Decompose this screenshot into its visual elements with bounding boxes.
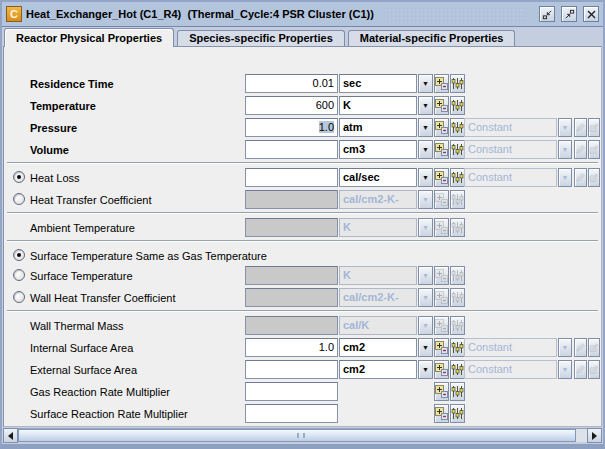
radio-wall-heat-transfer-coefficient[interactable] — [13, 291, 25, 303]
sliders-icon-button[interactable] — [450, 96, 465, 115]
profile-type-select: Constant — [464, 360, 557, 379]
property-row-surface-reaction-rate-multiplier: Surface Reaction Rate Multiplier — [4, 404, 601, 424]
sliders-icon-button[interactable] — [450, 168, 465, 187]
value-input-external-surface-area[interactable] — [245, 360, 338, 379]
chevron-down-icon: ▼ — [422, 102, 429, 109]
unit-select-residence-time[interactable]: sec — [339, 74, 417, 93]
plus-minus-icon-button[interactable] — [434, 96, 449, 115]
sliders-icon-button[interactable] — [450, 140, 465, 159]
unit-select-pressure[interactable]: atm — [339, 118, 417, 137]
plus-minus-icon-button[interactable] — [434, 360, 449, 379]
unit-dropdown-button[interactable]: ▼ — [418, 140, 433, 159]
plus-minus-icon-button[interactable] — [434, 338, 449, 357]
property-row-temperature: Temperature600K▼ — [4, 96, 601, 116]
close-button[interactable] — [583, 6, 599, 22]
separator — [7, 240, 598, 242]
scrollbar-track[interactable] — [18, 428, 587, 443]
radio-heat-transfer-coefficient[interactable] — [13, 193, 25, 205]
profile-dropdown-button: ▼ — [558, 360, 572, 379]
property-row-heat-transfer-coefficient: Heat Transfer Coefficientcal/cm2-K-sec▼ — [4, 190, 601, 210]
profile-dropdown-button: ▼ — [558, 140, 572, 159]
value-input-surface-reaction-rate-multiplier[interactable] — [245, 404, 338, 423]
separator — [7, 162, 598, 164]
label-temperature: Temperature — [30, 100, 96, 112]
value-input-pressure[interactable]: 1.0 — [245, 118, 338, 137]
radio-heat-loss[interactable] — [13, 171, 25, 183]
unit-dropdown-button: ▼ — [418, 190, 433, 209]
sliders-icon-button[interactable] — [450, 118, 465, 137]
edit-pencil-button — [574, 118, 587, 137]
profile-type-select: Constant — [464, 338, 557, 357]
app-icon: C — [6, 6, 22, 22]
sliders-icon-button[interactable] — [450, 74, 465, 93]
chevron-down-icon: ▼ — [422, 80, 429, 87]
chevron-down-icon: ▼ — [422, 174, 429, 181]
chevron-down-icon: ▼ — [562, 174, 569, 181]
chevron-down-icon: ▼ — [562, 366, 569, 373]
maximize-button[interactable] — [561, 6, 577, 22]
chevron-down-icon: ▼ — [422, 272, 429, 279]
value-input-wall-heat-transfer-coefficient — [245, 288, 338, 307]
radio-surface-temperature[interactable] — [13, 269, 25, 281]
unit-dropdown-button[interactable]: ▼ — [418, 168, 433, 187]
label-external-surface-area: External Surface Area — [30, 364, 137, 376]
value-input-temperature[interactable]: 600 — [245, 96, 338, 115]
unit-dropdown-button[interactable]: ▼ — [418, 96, 433, 115]
radio-surface-temperature-same-as-gas-temperature[interactable] — [13, 249, 25, 261]
sliders-icon-button — [450, 218, 465, 237]
label-gas-reaction-rate-multiplier: Gas Reaction Rate Multiplier — [30, 386, 170, 398]
unit-dropdown-button: ▼ — [418, 266, 433, 285]
unit-dropdown-button[interactable]: ▼ — [418, 338, 433, 357]
unit-select-external-surface-area[interactable]: cm2 — [339, 360, 417, 379]
sliders-icon-button[interactable] — [450, 404, 465, 423]
close-icon — [585, 8, 598, 21]
unit-dropdown-button[interactable]: ▼ — [418, 118, 433, 137]
separator — [7, 212, 598, 214]
value-input-heat-loss[interactable] — [245, 168, 338, 187]
unit-dropdown-button[interactable]: ▼ — [418, 360, 433, 379]
label-surface-reaction-rate-multiplier: Surface Reaction Rate Multiplier — [30, 408, 188, 420]
plus-minus-icon-button[interactable] — [434, 140, 449, 159]
property-row-residence-time: Residence Time0.01sec▼ — [4, 74, 601, 94]
unit-select-temperature[interactable]: K — [339, 96, 417, 115]
unit-select-heat-loss[interactable]: cal/sec — [339, 168, 417, 187]
label-surface-temperature-same-as-gas-temperature: Surface Temperature Same as Gas Temperat… — [30, 250, 267, 262]
tab-species-specific-properties[interactable]: Species-specific Properties — [177, 30, 345, 46]
scroll-left-button[interactable] — [3, 428, 18, 443]
sliders-icon-button[interactable] — [450, 338, 465, 357]
tab-reactor-physical-properties[interactable]: Reactor Physical Properties — [4, 28, 174, 47]
edit-pencil-button — [574, 338, 587, 357]
chevron-down-icon: ▼ — [562, 146, 569, 153]
plus-minus-icon-button[interactable] — [434, 404, 449, 423]
value-input-residence-time[interactable]: 0.01 — [245, 74, 338, 93]
profile-import-button — [588, 118, 600, 137]
plus-minus-icon-button[interactable] — [434, 118, 449, 137]
sliders-icon-button[interactable] — [450, 382, 465, 401]
plus-minus-icon-button[interactable] — [434, 74, 449, 93]
value-input-gas-reaction-rate-multiplier[interactable] — [245, 382, 338, 401]
plus-minus-icon-button[interactable] — [434, 382, 449, 401]
title-bar[interactable]: C Heat_Exchanger_Hot (C1_R4) (Thermal_Cy… — [2, 2, 603, 27]
sliders-icon-button[interactable] — [450, 360, 465, 379]
sliders-icon-button — [450, 266, 465, 285]
tab-material-specific-properties[interactable]: Material-specific Properties — [348, 30, 516, 46]
unit-select-volume[interactable]: cm3 — [339, 140, 417, 159]
property-row-pressure: Pressure1.0atm▼Constant▼ — [4, 118, 601, 138]
tab-bar: Reactor Physical PropertiesSpecies-speci… — [2, 27, 603, 46]
unit-dropdown-button: ▼ — [418, 288, 433, 307]
value-input-volume[interactable] — [245, 140, 338, 159]
scrollbar-thumb[interactable] — [18, 429, 576, 442]
label-pressure: Pressure — [30, 122, 77, 134]
sliders-icon-button — [450, 316, 465, 335]
minimize-button[interactable] — [539, 6, 555, 22]
value-input-internal-surface-area[interactable]: 1.0 — [245, 338, 338, 357]
unit-dropdown-button[interactable]: ▼ — [418, 74, 433, 93]
label-surface-temperature: Surface Temperature — [30, 270, 133, 282]
property-row-wall-heat-transfer-coefficient: Wall Heat Transfer Coefficientcal/cm2-K-… — [4, 288, 601, 308]
unit-select-wall-heat-transfer-coefficient: cal/cm2-K-sec — [339, 288, 417, 307]
scroll-right-button[interactable] — [587, 428, 602, 443]
horizontal-scrollbar[interactable] — [3, 428, 602, 443]
chevron-down-icon: ▼ — [422, 224, 429, 231]
unit-select-internal-surface-area[interactable]: cm2 — [339, 338, 417, 357]
plus-minus-icon-button[interactable] — [434, 168, 449, 187]
